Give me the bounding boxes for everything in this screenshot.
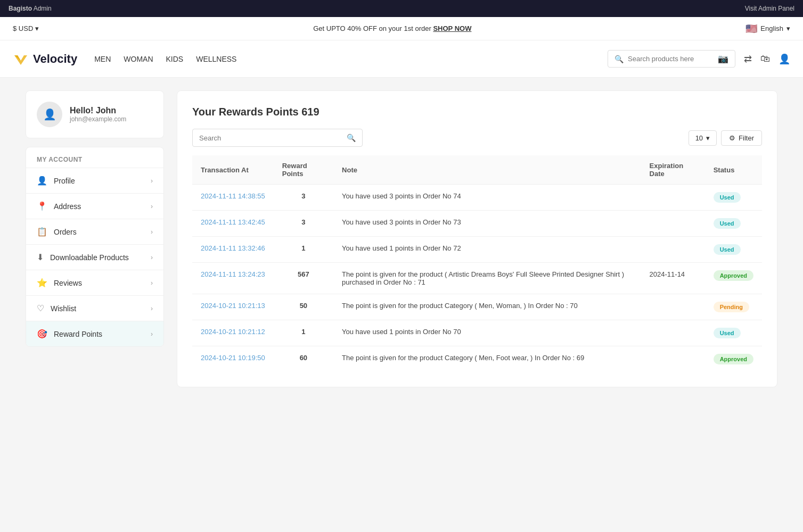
sidebar-item-downloadable-products[interactable]: ⬇ Downloadable Products › (26, 244, 163, 270)
table-header: Transaction At Reward Points Note Expira… (192, 155, 762, 185)
currency-language-bar: $ USD ▾ Get UPTO 40% OFF on your 1st ord… (0, 17, 803, 40)
sidebar-section-title: My Account (26, 147, 163, 168)
cell-note: You have used 3 points in Order No 73 (333, 211, 641, 237)
per-page-selector[interactable]: 10 ▾ (689, 130, 717, 146)
table-row: 2024-11-11 14:38:55 3 You have used 3 po… (192, 185, 762, 211)
sidebar-item-reward-points[interactable]: 🎯 Reward Points › (26, 321, 163, 346)
filter-label: Filter (739, 134, 754, 142)
camera-icon[interactable]: 📷 (718, 54, 728, 64)
downloadable-chevron-icon: › (151, 254, 153, 261)
reviews-chevron-icon: › (151, 279, 153, 287)
promo-link[interactable]: SHOP NOW (433, 24, 471, 32)
cell-expiry (641, 320, 705, 346)
filter-button[interactable]: ⚙ Filter (721, 130, 762, 146)
product-search[interactable]: 🔍 📷 (608, 50, 735, 68)
col-reward-points: Reward Points (274, 155, 333, 185)
admin-bar: Bagisto Admin Visit Admin Panel (0, 0, 803, 17)
table-row: 2024-11-11 13:42:45 3 You have used 3 po… (192, 211, 762, 237)
table-right-controls: 10 ▾ ⚙ Filter (689, 130, 762, 146)
search-input[interactable] (628, 55, 714, 63)
cell-status: Approved (705, 263, 762, 294)
admin-panel-link[interactable]: Visit Admin Panel (745, 5, 794, 12)
orders-icon: 📋 (37, 227, 47, 237)
cell-points: 60 (274, 346, 333, 372)
col-expiration-date: Expiration Date (641, 155, 705, 185)
compare-icon[interactable]: ⇄ (744, 53, 752, 65)
language-selector[interactable]: 🇺🇸 English ▾ (745, 23, 790, 35)
cell-points: 3 (274, 211, 333, 237)
status-badge: Used (714, 244, 741, 255)
cart-icon[interactable]: 🛍 (760, 53, 770, 64)
table-row: 2024-10-21 10:21:13 50 The point is give… (192, 294, 762, 320)
sidebar-label-orders: Orders (54, 228, 77, 236)
cell-note: You have used 1 points in Order No 72 (333, 237, 641, 263)
user-info: Hello! John john@example.com (70, 106, 126, 123)
status-badge: Approved (714, 354, 753, 364)
cell-points: 567 (274, 263, 333, 294)
nav-kids[interactable]: KIDS (166, 55, 184, 63)
nav-wellness[interactable]: WELLNESS (196, 55, 236, 63)
account-icon[interactable]: 👤 (779, 53, 790, 65)
cell-date: 2024-10-21 10:21:12 (192, 320, 274, 346)
sidebar-label-wishlist: Wishlist (51, 304, 76, 313)
cell-expiry (641, 294, 705, 320)
rewards-content: Your Rewards Points 619 🔍 10 ▾ ⚙ Filter (177, 90, 777, 387)
wishlist-icon: ♡ (37, 303, 44, 313)
cell-points: 1 (274, 237, 333, 263)
cell-expiry: 2024-11-14 (641, 263, 705, 294)
search-icon: 🔍 (614, 55, 624, 63)
table-search-input[interactable] (199, 134, 342, 142)
wishlist-chevron-icon: › (151, 305, 153, 312)
cell-expiry (641, 185, 705, 211)
cell-date: 2024-11-11 13:24:23 (192, 263, 274, 294)
user-email: john@example.com (70, 115, 126, 123)
currency-selector[interactable]: $ USD ▾ (13, 24, 39, 32)
page-title: Your Rewards Points 619 (192, 106, 762, 118)
language-value: English (760, 24, 783, 32)
per-page-value: 10 (695, 134, 703, 142)
main-content: 👤 Hello! John john@example.com My Accoun… (13, 78, 790, 400)
sidebar-item-orders[interactable]: 📋 Orders › (26, 219, 163, 244)
status-badge: Pending (714, 302, 749, 312)
logo[interactable]: Velocity (13, 51, 77, 67)
sidebar-item-wishlist[interactable]: ♡ Wishlist › (26, 295, 163, 321)
per-page-chevron-icon: ▾ (706, 134, 710, 142)
cell-status: Used (705, 320, 762, 346)
status-badge: Used (714, 218, 741, 229)
cell-date: 2024-11-11 13:42:45 (192, 211, 274, 237)
col-note: Note (333, 155, 641, 185)
nav-woman[interactable]: WOMAN (124, 55, 153, 63)
cell-status: Used (705, 237, 762, 263)
admin-brand: Bagisto Admin (9, 5, 52, 12)
cell-note: The point is given for the product Categ… (333, 294, 641, 320)
nav-men[interactable]: MEN (94, 55, 111, 63)
cell-status: Approved (705, 346, 762, 372)
cell-points: 3 (274, 185, 333, 211)
currency-value: $ USD (13, 24, 33, 32)
cell-date: 2024-10-21 10:19:50 (192, 346, 274, 372)
sidebar-item-reviews[interactable]: ⭐ Reviews › (26, 270, 163, 295)
sidebar-item-profile[interactable]: 👤 Profile › (26, 168, 163, 193)
orders-chevron-icon: › (151, 228, 153, 236)
sidebar: 👤 Hello! John john@example.com My Accoun… (26, 90, 164, 387)
site-header: Velocity MEN WOMAN KIDS WELLNESS 🔍 📷 ⇄ 🛍… (0, 40, 803, 78)
col-transaction-at: Transaction At (192, 155, 274, 185)
cell-points: 1 (274, 320, 333, 346)
downloadable-icon: ⬇ (37, 252, 44, 262)
cell-status: Used (705, 185, 762, 211)
status-badge: Used (714, 328, 741, 338)
sidebar-item-address[interactable]: 📍 Address › (26, 193, 163, 219)
table-search-bar[interactable]: 🔍 (192, 129, 363, 147)
flag-icon: 🇺🇸 (745, 23, 757, 35)
currency-chevron-icon: ▾ (35, 24, 39, 32)
status-badge: Used (714, 192, 741, 203)
promo-banner: Get UPTO 40% OFF on your 1st order SHOP … (39, 24, 745, 32)
table-row: 2024-10-21 10:19:50 60 The point is give… (192, 346, 762, 372)
status-badge: Approved (714, 270, 753, 281)
sidebar-menu: My Account 👤 Profile › 📍 Address › 📋 O (26, 147, 164, 347)
cell-status: Pending (705, 294, 762, 320)
cell-status: Used (705, 211, 762, 237)
reward-points-icon: 🎯 (37, 329, 47, 339)
table-row: 2024-10-21 10:21:12 1 You have used 1 po… (192, 320, 762, 346)
sidebar-label-downloadable: Downloadable Products (50, 253, 129, 262)
